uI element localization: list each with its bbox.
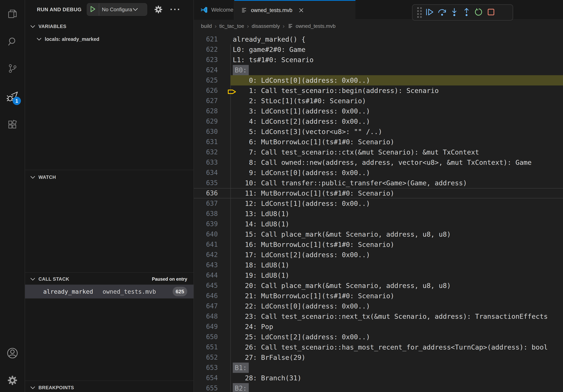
more-actions-button[interactable]: ··· xyxy=(170,8,181,12)
code-line[interactable]: 644 19: LdU8(1) xyxy=(194,270,563,280)
step-out-button[interactable] xyxy=(461,6,473,19)
restart-button[interactable] xyxy=(473,6,485,19)
line-gutter[interactable]: 630 xyxy=(194,127,230,137)
code-line[interactable]: 649 24: Pop xyxy=(194,322,563,332)
line-gutter[interactable]: 634 xyxy=(194,168,230,178)
settings-button[interactable] xyxy=(0,369,25,391)
locals-scope-row[interactable]: locals: already_marked xyxy=(25,34,193,44)
code-line[interactable]: 645 20: Call place_mark(&mut Scenario, a… xyxy=(194,280,563,291)
line-gutter[interactable]: 646 xyxy=(194,291,230,301)
breadcrumb-item[interactable]: tic_tac_toe xyxy=(219,23,244,29)
line-gutter[interactable]: 638 xyxy=(194,209,230,219)
line-gutter[interactable]: 643 xyxy=(194,260,230,270)
line-gutter[interactable]: 655 xyxy=(194,383,230,392)
launch-config-dropdown[interactable]: No Configura xyxy=(87,3,147,16)
code-line[interactable]: 627 2: StLoc[1](ts#1#0: Scenario) xyxy=(194,96,563,106)
line-gutter[interactable]: 642 xyxy=(194,250,230,260)
code-line[interactable]: 639 14: LdU8(1) xyxy=(194,219,563,229)
sidebar-item-extensions[interactable] xyxy=(0,114,25,135)
code-line[interactable]: 653 B1: xyxy=(194,363,563,373)
code-line[interactable]: 652 27: BrFalse(29) xyxy=(194,352,563,363)
line-gutter[interactable]: 645 xyxy=(194,280,230,291)
code-line[interactable]: 621 already_marked() { xyxy=(194,34,563,44)
code-line[interactable]: 636 11: MutBorrowLoc[1](ts#1#0: Scenario… xyxy=(194,188,563,198)
code-line[interactable]: 622 L0: game#2#0: Game xyxy=(194,44,563,55)
line-gutter[interactable]: 651 xyxy=(194,342,230,352)
code-line[interactable]: 628 3: LdConst[1](address: 0x00..) xyxy=(194,106,563,116)
line-gutter[interactable]: 652 xyxy=(194,352,230,363)
sidebar-item-run-and-debug[interactable]: 1 xyxy=(0,86,25,107)
drag-gripper[interactable] xyxy=(417,7,422,18)
code-line[interactable]: 625 0: LdConst[0](address: 0x00..) xyxy=(194,75,563,85)
line-gutter[interactable]: 622 xyxy=(194,44,230,55)
line-gutter[interactable]: 641 xyxy=(194,239,230,250)
account-button[interactable] xyxy=(0,342,25,364)
line-gutter[interactable]: 624 xyxy=(194,65,230,75)
call-stack-section-header[interactable]: CALL STACK Paused on entry xyxy=(25,274,193,284)
code-line[interactable]: 648 23: Call test_scenario::next_tx(&mut… xyxy=(194,311,563,322)
code-line[interactable]: 630 5: LdConst[3](vector<u8>: "" /..) xyxy=(194,127,563,137)
line-gutter[interactable]: 649 xyxy=(194,322,230,332)
code-line[interactable]: 632 7: Call test_scenario::ctx(&mut Scen… xyxy=(194,147,563,157)
line-gutter[interactable]: 635 xyxy=(194,178,230,188)
code-line[interactable]: 647 22: LdConst[0](address: 0x00..) xyxy=(194,301,563,311)
continue-button[interactable] xyxy=(424,6,436,19)
code-line[interactable]: 638 13: LdU8(1) xyxy=(194,209,563,219)
sidebar-item-source-control[interactable] xyxy=(0,58,25,79)
code-line[interactable]: 626 1: Call test_scenario::begin(address… xyxy=(194,85,563,96)
variables-section-header[interactable]: VARIABLES xyxy=(25,21,193,32)
code-line[interactable]: 651 26: Call test_scenario::has_most_rec… xyxy=(194,342,563,352)
code-line[interactable]: 624 B0: xyxy=(194,65,563,75)
breadcrumb-item[interactable]: build xyxy=(201,23,212,29)
sidebar-item-explorer[interactable] xyxy=(0,3,25,25)
code-line[interactable]: 629 4: LdConst[2](address: 0x00..) xyxy=(194,116,563,127)
code-line[interactable]: 643 18: LdU8(1) xyxy=(194,260,563,270)
line-gutter[interactable]: 631 xyxy=(194,137,230,147)
code-line[interactable]: 640 15: Call place_mark(&mut Scenario, a… xyxy=(194,229,563,239)
stop-button[interactable] xyxy=(485,6,497,19)
line-gutter[interactable]: 636 xyxy=(194,188,230,198)
line-gutter[interactable]: 650 xyxy=(194,332,230,342)
line-gutter[interactable]: 627 xyxy=(194,96,230,106)
line-gutter[interactable]: 625 xyxy=(194,75,230,85)
step-into-button[interactable] xyxy=(448,6,461,19)
sidebar-item-search[interactable] xyxy=(0,31,25,52)
debug-settings-gear-button[interactable] xyxy=(154,5,163,14)
code-line[interactable]: 654 28: Branch(31) xyxy=(194,373,563,383)
code-line[interactable]: 655 B2: xyxy=(194,383,563,392)
breakpoints-section-header[interactable]: BREAKPOINTS xyxy=(25,382,193,392)
line-gutter[interactable]: 626 xyxy=(194,85,230,96)
code-line[interactable]: 631 6: MutBorrowLoc[1](ts#1#0: Scenario) xyxy=(194,137,563,147)
line-gutter[interactable]: 653 xyxy=(194,363,230,373)
line-gutter[interactable]: 633 xyxy=(194,157,230,168)
tab-welcome[interactable]: Welcome xyxy=(194,0,234,20)
line-gutter[interactable]: 632 xyxy=(194,147,230,157)
step-over-button[interactable] xyxy=(436,6,448,19)
line-gutter[interactable]: 629 xyxy=(194,116,230,127)
line-gutter[interactable]: 647 xyxy=(194,301,230,311)
watch-section-header[interactable]: WATCH xyxy=(25,172,193,182)
start-debug-button[interactable] xyxy=(87,3,99,16)
line-gutter[interactable]: 628 xyxy=(194,106,230,116)
close-icon[interactable] xyxy=(297,7,305,14)
line-gutter[interactable]: 637 xyxy=(194,198,230,209)
stack-frame-row[interactable]: already_marked owned_tests.mvb 625 xyxy=(25,285,193,299)
code-line[interactable]: 637 12: LdConst[1](address: 0x00..) xyxy=(194,198,563,209)
tab-owned-tests[interactable]: owned_tests.mvb xyxy=(234,0,356,20)
line-gutter[interactable]: 640 xyxy=(194,229,230,239)
code-line[interactable]: 641 16: MutBorrowLoc[1](ts#1#0: Scenario… xyxy=(194,239,563,250)
line-gutter[interactable]: 654 xyxy=(194,373,230,383)
breadcrumb-file[interactable]: owned_tests.mvb xyxy=(287,23,335,29)
line-gutter[interactable]: 621 xyxy=(194,34,230,44)
code-line[interactable]: 635 10: Call transfer::public_transfer<G… xyxy=(194,178,563,188)
line-gutter[interactable]: 644 xyxy=(194,270,230,280)
line-gutter[interactable]: 639 xyxy=(194,219,230,229)
code-line[interactable]: 642 17: LdConst[2](address: 0x00..) xyxy=(194,250,563,260)
code-line[interactable]: 634 9: LdConst[0](address: 0x00..) xyxy=(194,168,563,178)
line-gutter[interactable]: 623 xyxy=(194,55,230,65)
code-line[interactable]: 623 L1: ts#1#0: Scenario xyxy=(194,55,563,65)
code-line[interactable]: 633 8: Call owned::new(address, address,… xyxy=(194,157,563,168)
code-line[interactable]: 650 25: LdConst[2](address: 0x00..) xyxy=(194,332,563,342)
breadcrumb-item[interactable]: disassembly xyxy=(252,23,280,29)
code-line[interactable]: 646 21: MutBorrowLoc[1](ts#1#0: Scenario… xyxy=(194,291,563,301)
